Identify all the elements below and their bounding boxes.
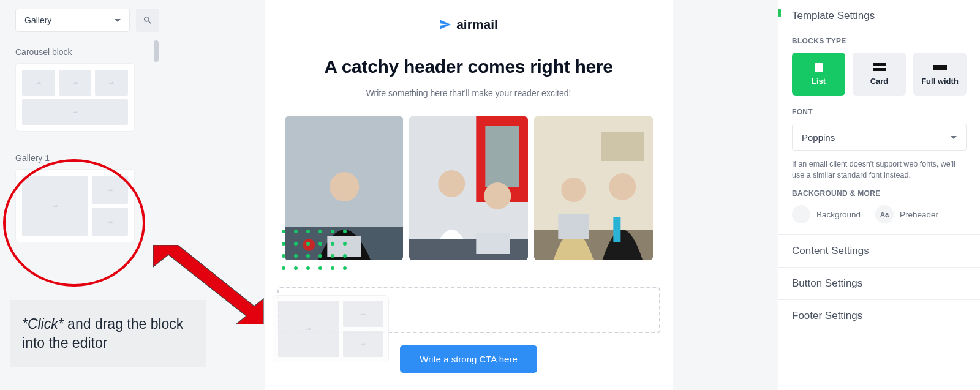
svg-rect-32 bbox=[486, 126, 519, 187]
settings-panel: Template Settings BLOCKS TYPE List Card … bbox=[778, 0, 980, 390]
font-label: FONT bbox=[792, 108, 967, 116]
svg-rect-36 bbox=[477, 233, 510, 254]
hero-image-3[interactable] bbox=[534, 116, 653, 260]
preheader-label: Preheader bbox=[900, 210, 938, 219]
block-type-list-label: List bbox=[812, 77, 826, 86]
background-color-swatch[interactable] bbox=[792, 205, 810, 223]
svg-rect-35 bbox=[409, 239, 528, 260]
font-note: If an email client doesn't support web f… bbox=[792, 159, 967, 181]
fullwidth-icon bbox=[933, 65, 947, 70]
gallery-block-title: Gallery 1 bbox=[15, 153, 159, 163]
block-filter-value: Gallery bbox=[24, 15, 51, 25]
editor-canvas-area: airmail A catchy header comes right here… bbox=[159, 0, 778, 390]
hero-image-1[interactable] bbox=[285, 116, 404, 260]
svg-point-29 bbox=[303, 239, 315, 251]
button-settings-header[interactable]: Button Settings bbox=[778, 268, 980, 299]
brand-name: airmail bbox=[456, 17, 498, 32]
aa-icon: Aa bbox=[880, 211, 889, 218]
list-icon bbox=[815, 63, 823, 72]
svg-point-22 bbox=[318, 266, 322, 270]
chevron-down-icon bbox=[951, 136, 957, 139]
blocks-panel: Gallery Carousel block Gallery 1 bbox=[0, 0, 159, 390]
block-type-list[interactable]: List bbox=[792, 53, 845, 96]
hero-subheading[interactable]: Write something here that'll make your r… bbox=[265, 88, 673, 98]
svg-point-27 bbox=[330, 172, 359, 201]
paper-plane-icon bbox=[439, 18, 451, 31]
placeholder-image-icon bbox=[343, 301, 383, 327]
chevron-down-icon bbox=[115, 19, 121, 22]
search-icon bbox=[143, 15, 153, 25]
brand-logo: airmail bbox=[265, 17, 673, 32]
panel-scrollbar[interactable] bbox=[154, 40, 159, 334]
block-type-card[interactable]: Card bbox=[853, 53, 906, 96]
svg-rect-28 bbox=[327, 236, 361, 257]
blocks-type-label: BLOCKS TYPE bbox=[792, 37, 967, 45]
svg-rect-44 bbox=[815, 63, 823, 72]
font-select[interactable]: Poppins bbox=[792, 124, 967, 151]
dragging-block-ghost bbox=[273, 295, 389, 362]
svg-rect-42 bbox=[613, 217, 620, 242]
hero-heading[interactable]: A catchy header comes right here bbox=[265, 56, 673, 77]
placeholder-image-icon bbox=[22, 176, 88, 236]
svg-point-34 bbox=[484, 182, 511, 209]
svg-rect-45 bbox=[873, 63, 886, 66]
svg-point-21 bbox=[306, 266, 310, 270]
svg-point-33 bbox=[439, 170, 466, 197]
placeholder-image-icon bbox=[22, 99, 128, 125]
placeholder-image-icon bbox=[92, 208, 128, 236]
svg-rect-38 bbox=[601, 132, 644, 161]
email-canvas[interactable]: airmail A catchy header comes right here… bbox=[265, 0, 673, 390]
placeholder-image-icon bbox=[95, 70, 128, 96]
block-type-fullwidth[interactable]: Full width bbox=[913, 53, 967, 96]
carousel-block-title: Carousel block bbox=[15, 47, 159, 57]
svg-point-20 bbox=[294, 266, 298, 270]
gallery-block-card[interactable] bbox=[15, 169, 135, 242]
block-type-full-label: Full width bbox=[921, 77, 959, 86]
content-settings-header[interactable]: Content Settings bbox=[778, 235, 980, 267]
card-icon bbox=[873, 63, 886, 72]
svg-rect-46 bbox=[873, 68, 886, 71]
hero-image-row bbox=[265, 116, 673, 260]
filter-row: Gallery bbox=[15, 9, 159, 32]
search-button[interactable] bbox=[136, 9, 159, 32]
svg-point-41 bbox=[609, 173, 636, 200]
svg-rect-47 bbox=[933, 65, 947, 70]
block-type-card-label: Card bbox=[870, 77, 889, 86]
svg-point-23 bbox=[331, 266, 334, 270]
instruction-emphasis: *Click* bbox=[22, 316, 64, 332]
hero-image-2[interactable] bbox=[409, 116, 528, 260]
footer-settings-header[interactable]: Footer Settings bbox=[778, 300, 980, 332]
cta-button[interactable]: Write a strong CTA here bbox=[400, 345, 537, 373]
placeholder-image-icon bbox=[343, 331, 383, 357]
background-more-label: BACKGROUND & MORE bbox=[792, 189, 967, 198]
svg-point-40 bbox=[561, 178, 586, 202]
svg-point-24 bbox=[343, 266, 347, 270]
svg-point-19 bbox=[282, 266, 285, 270]
placeholder-image-icon bbox=[22, 70, 55, 96]
preheader-button[interactable]: Aa bbox=[875, 205, 894, 223]
background-label: Background bbox=[816, 210, 861, 219]
block-filter-select[interactable]: Gallery bbox=[15, 9, 130, 32]
placeholder-image-icon bbox=[92, 176, 128, 204]
template-settings-header[interactable]: Template Settings bbox=[778, 0, 980, 32]
template-settings-section: Template Settings BLOCKS TYPE List Card … bbox=[778, 0, 980, 235]
placeholder-image-icon bbox=[278, 301, 339, 357]
placeholder-image-icon bbox=[59, 70, 92, 96]
font-value: Poppins bbox=[802, 132, 835, 143]
svg-rect-43 bbox=[558, 214, 589, 239]
carousel-block-card[interactable] bbox=[15, 63, 135, 132]
